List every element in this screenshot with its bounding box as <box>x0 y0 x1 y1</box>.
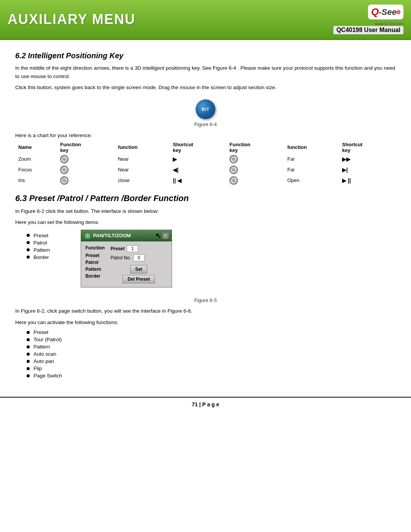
dialog-preset-row: Preset 1 <box>111 245 167 252</box>
section-62-body2: Click this button, system goes back to t… <box>15 83 396 92</box>
table-row: Iris ⊙ close || ◀ ⊙ Open ▶ || <box>15 175 396 186</box>
list2-item-preset: Preset <box>27 329 396 335</box>
row1-function: Near <box>115 154 170 165</box>
table-header-row: Name Functionkey function Shortcutkey Fu… <box>15 141 396 154</box>
row2-name: Focus <box>15 165 57 175</box>
row1-funckey: ⊙ <box>57 154 115 165</box>
dialog-inner: Function Preset Patrol Pattern Border Pr… <box>86 245 167 283</box>
section-62-title: 6.2 Intelligent Positioning Key <box>15 51 396 60</box>
list2-label-preset: Preset <box>33 329 48 335</box>
logo-see-text: See <box>382 7 397 17</box>
bullet-icon <box>27 374 30 377</box>
bullet-icon <box>27 338 30 341</box>
bullet-icon <box>27 353 30 356</box>
dialog-function-label: Function <box>86 245 108 251</box>
table-row: Zoom ⊙ Near ▶ ⊙ Far ▶▶ <box>15 154 396 165</box>
col-funckey2-header: Functionkey <box>226 141 284 154</box>
zoom-far-icon: ⊙ <box>229 155 238 163</box>
zoom-near-shortcut: ▶ <box>173 156 177 162</box>
bullet-icon <box>27 256 30 259</box>
logo-q-letter: Q <box>371 6 379 18</box>
iris-close-shortcut: || ◀ <box>173 177 182 184</box>
list-label-pattern: Pattern <box>33 247 50 253</box>
row3-shortcut2: ▶ || <box>339 175 396 186</box>
logo-website: www.Q-See.com <box>375 22 403 26</box>
dialog-menu-border[interactable]: Border <box>86 273 108 280</box>
row3-shortcut: || ◀ <box>170 175 226 186</box>
list2-item-pageswitch: Page Switch <box>27 373 396 379</box>
dialog-titlebar: PAN/TILT/ZOOM ↖ × <box>81 230 172 241</box>
col-name-header: Name <box>15 141 57 154</box>
col-shortcut2-header: Shortcutkey <box>339 141 396 154</box>
row1-function2: Far <box>284 154 339 165</box>
list2-label-tour: Tour (Patrol) <box>33 337 62 342</box>
cursor-arrow-icon: ↖ <box>155 232 161 240</box>
chart-ref-text: Here is a chart for your reference: <box>15 133 396 138</box>
reference-table: Name Functionkey function Shortcutkey Fu… <box>15 141 396 186</box>
col-function-header: function <box>115 141 170 154</box>
dialog-icon <box>84 232 91 239</box>
bullet-icon <box>27 331 30 334</box>
zoom-near-icon: ⊙ <box>60 155 68 163</box>
row2-shortcut2: ▶| <box>339 165 396 175</box>
pan-tilt-zoom-dialog: PAN/TILT/ZOOM ↖ × Function Preset Patrol <box>81 230 172 288</box>
section-62-body1: In the middle of the eight direction arr… <box>15 64 396 80</box>
bit-button[interactable]: BIT <box>196 99 215 119</box>
dialog-menu-preset[interactable]: Preset <box>86 252 108 259</box>
focus-far-shortcut: ▶| <box>342 167 348 173</box>
dialog-title-right: ↖ × <box>155 232 169 240</box>
list2-label-pageswitch: Page Switch <box>33 373 62 379</box>
figure-6-5-caption: Figure 6-5 <box>194 297 217 303</box>
logo-registered: ® <box>397 10 400 14</box>
row1-name: Zoom <box>15 154 57 165</box>
row2-funckey: ⊙ <box>57 165 115 175</box>
list2-label-autoscan: Auto scan <box>33 351 56 357</box>
bullet-icon <box>27 241 30 244</box>
row1-funckey2: ⊙ <box>226 154 284 165</box>
list-item-border: Border <box>27 254 50 260</box>
section-63-body2: Here you can set the following items: <box>15 218 396 227</box>
list2-label-pattern: Pattern <box>33 344 50 350</box>
dialog-menu-pattern[interactable]: Pattern <box>86 266 108 273</box>
list-item-preset: Preset <box>27 233 50 238</box>
dialog-menu-patrol[interactable]: Patrol <box>86 259 108 266</box>
set-button[interactable]: Set <box>130 265 147 273</box>
dialog-title-text: PAN/TILT/ZOOM <box>93 233 131 238</box>
page-number: 71 | P a g e <box>192 401 219 407</box>
dialog-preset-label: Preset <box>111 246 125 251</box>
list-1: Preset Patrol Pattern Border <box>27 233 50 262</box>
dialog-patrol-value[interactable]: 0 <box>133 254 145 261</box>
list-2: Preset Tour (Patrol) Pattern Auto scan A… <box>27 329 396 379</box>
iris-open-shortcut: ▶ || <box>342 177 351 184</box>
section-63-body1: In Figure 6-2 click the set button. The … <box>15 207 396 216</box>
section-63-title: 6.3 Preset /Patrol / Pattern /Border Fun… <box>15 193 396 203</box>
dialog-preset-value[interactable]: 1 <box>127 245 138 252</box>
list2-item-tour: Tour (Patrol) <box>27 337 396 342</box>
row3-funckey2: ⊙ <box>226 175 284 186</box>
section-63-list-dialog: Preset Patrol Pattern Border <box>15 230 396 288</box>
focus-near-icon: ⊙ <box>60 166 68 174</box>
dialog-area: PAN/TILT/ZOOM ↖ × Function Preset Patrol <box>81 230 172 288</box>
iris-close-icon: ⊙ <box>60 176 68 185</box>
col-function2-header: function <box>284 141 339 154</box>
row1-shortcut2: ▶▶ <box>339 154 396 165</box>
camera-icon <box>85 233 90 238</box>
col-shortcut-header: Shortcutkey <box>170 141 226 154</box>
dialog-close-button[interactable]: × <box>162 233 169 239</box>
row2-function2: Far <box>284 165 339 175</box>
row2-funckey2: ⊙ <box>226 165 284 175</box>
logo-dash: - <box>379 7 382 17</box>
list2-label-flip: Flip <box>33 366 42 371</box>
list2-label-autopan: Auto pan <box>33 358 54 364</box>
list2-item-autoscan: Auto scan <box>27 351 396 357</box>
iris-open-icon: ⊙ <box>229 176 238 185</box>
svg-point-1 <box>87 235 88 236</box>
del-preset-button[interactable]: Del Preset <box>123 275 155 283</box>
row1-shortcut: ▶ <box>170 154 226 165</box>
figure-6-4-caption: Figure 6-4 <box>194 121 217 127</box>
list-item-patrol: Patrol <box>27 240 50 246</box>
dialog-del-row: Del Preset <box>111 275 167 283</box>
list-label-patrol: Patrol <box>33 240 47 246</box>
row3-function: close <box>115 175 170 186</box>
dialog-patrol-row: Patrol No. 0 <box>111 254 167 261</box>
